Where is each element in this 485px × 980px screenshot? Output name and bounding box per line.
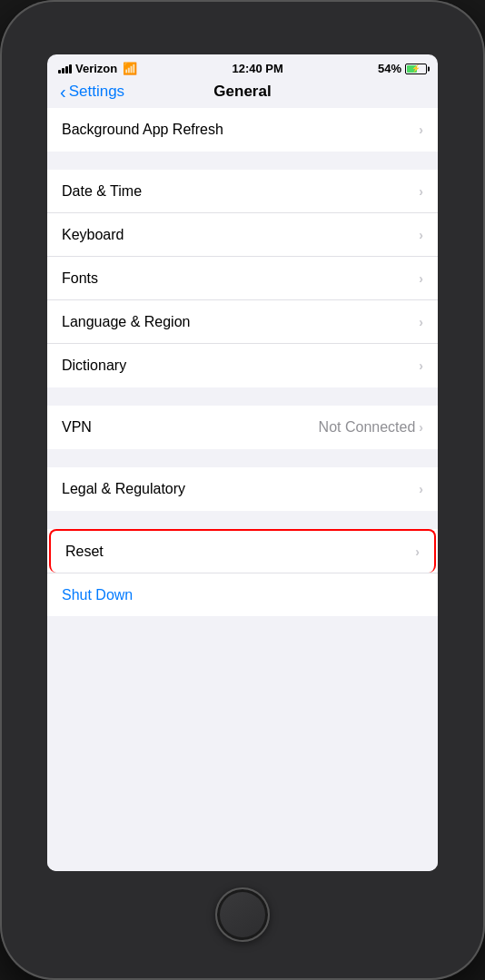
signal-bar-1 bbox=[58, 70, 61, 74]
section-datetime-dict: Date & Time › Keyboard › Fon bbox=[47, 170, 438, 387]
vpn-status-value: Not Connected bbox=[319, 419, 416, 436]
row-label-fonts: Fonts bbox=[62, 270, 98, 287]
chevron-right-icon: › bbox=[419, 184, 423, 199]
row-label-keyboard: Keyboard bbox=[62, 227, 124, 243]
spacer-1 bbox=[47, 152, 438, 170]
battery-icon: ⚡ bbox=[405, 64, 427, 74]
section-legal: Legal & Regulatory › bbox=[47, 467, 438, 511]
chevron-right-icon: › bbox=[419, 271, 423, 286]
row-right: › bbox=[419, 122, 423, 137]
spacer-6 bbox=[47, 634, 438, 652]
battery-percent-label: 54% bbox=[378, 62, 401, 75]
time-display: 12:40 PM bbox=[232, 62, 282, 75]
section-vpn: VPN Not Connected › bbox=[47, 406, 438, 449]
spacer-5 bbox=[47, 616, 438, 634]
chevron-right-icon: › bbox=[419, 228, 423, 242]
row-keyboard[interactable]: Keyboard › bbox=[47, 213, 438, 257]
back-chevron-icon: ‹ bbox=[60, 83, 66, 101]
section-background: Background App Refresh › bbox=[47, 108, 438, 152]
back-label: Settings bbox=[69, 83, 124, 101]
chevron-right-icon: › bbox=[419, 315, 423, 329]
chevron-right-icon: › bbox=[415, 544, 420, 559]
spacer-4 bbox=[47, 511, 438, 529]
row-fonts[interactable]: Fonts › bbox=[47, 257, 438, 300]
wifi-icon: 📶 bbox=[123, 62, 137, 75]
row-label-dictionary: Dictionary bbox=[62, 358, 126, 374]
row-label-date-time: Date & Time bbox=[62, 183, 142, 200]
row-label-reset: Reset bbox=[65, 544, 104, 560]
section-shutdown: Shut Down bbox=[47, 573, 438, 616]
row-label-vpn: VPN bbox=[62, 419, 92, 436]
spacer-3 bbox=[47, 449, 438, 467]
chevron-right-icon: › bbox=[419, 420, 423, 435]
row-left: Background App Refresh bbox=[62, 122, 419, 138]
charging-bolt-icon: ⚡ bbox=[411, 64, 421, 73]
settings-content: Background App Refresh › Date & Time › bbox=[47, 108, 438, 871]
nav-bar: ‹ Settings General bbox=[47, 79, 438, 108]
signal-bar-3 bbox=[65, 66, 68, 74]
row-date-time[interactable]: Date & Time › bbox=[47, 170, 438, 213]
row-legal-regulatory[interactable]: Legal & Regulatory › bbox=[47, 467, 438, 511]
spacer-2 bbox=[47, 387, 438, 406]
row-label-legal-regulatory: Legal & Regulatory bbox=[62, 481, 185, 497]
carrier-label: Verizon bbox=[75, 62, 117, 75]
row-shut-down[interactable]: Shut Down bbox=[47, 573, 438, 616]
phone-frame: Verizon 📶 12:40 PM 54% ⚡ ‹ Settings Gen bbox=[0, 0, 485, 980]
row-background-app-refresh[interactable]: Background App Refresh › bbox=[47, 108, 438, 152]
signal-bar-4 bbox=[69, 64, 72, 74]
row-label-shut-down: Shut Down bbox=[62, 587, 133, 603]
status-right: 54% ⚡ bbox=[378, 62, 427, 75]
section-reset: Reset › bbox=[47, 529, 438, 573]
row-label-background-app-refresh: Background App Refresh bbox=[62, 122, 223, 138]
chevron-right-icon: › bbox=[419, 122, 423, 137]
status-left: Verizon 📶 bbox=[58, 62, 137, 75]
battery-shell: ⚡ bbox=[405, 64, 427, 74]
row-reset[interactable]: Reset › bbox=[49, 529, 436, 573]
row-dictionary[interactable]: Dictionary › bbox=[47, 344, 438, 387]
back-button[interactable]: ‹ Settings bbox=[60, 83, 124, 101]
page-title: General bbox=[213, 83, 271, 101]
status-bar: Verizon 📶 12:40 PM 54% ⚡ bbox=[47, 54, 438, 79]
row-label-language-region: Language & Region bbox=[62, 314, 190, 330]
home-button[interactable] bbox=[215, 887, 270, 942]
signal-bar-2 bbox=[62, 68, 64, 74]
row-language-region[interactable]: Language & Region › bbox=[47, 300, 438, 344]
chevron-right-icon: › bbox=[419, 482, 423, 496]
signal-bars bbox=[58, 64, 72, 74]
chevron-right-icon: › bbox=[419, 358, 423, 373]
row-vpn[interactable]: VPN Not Connected › bbox=[47, 406, 438, 449]
phone-screen: Verizon 📶 12:40 PM 54% ⚡ ‹ Settings Gen bbox=[47, 54, 438, 871]
